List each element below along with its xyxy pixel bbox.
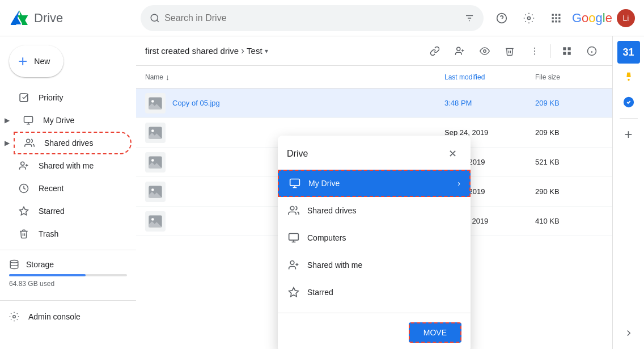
recent-icon: [18, 183, 29, 194]
expand-shared-drives-arrow[interactable]: ▶: [0, 132, 14, 154]
sidebar-item-my-drive-label: My Drive: [43, 116, 74, 125]
breadcrumb: first created shared drive › Test ▾: [145, 45, 419, 57]
sidebar-item-shared-with-me[interactable]: Shared with me: [9, 154, 132, 177]
sidebar-item-trash[interactable]: Trash: [9, 222, 132, 245]
col-modified-header[interactable]: Last modified: [444, 73, 535, 81]
sidebar-section-shared-drives: ▶ Shared drives: [0, 132, 136, 154]
more-actions-button[interactable]: [523, 40, 546, 62]
content-area: first created shared drive › Test ▾: [136, 36, 612, 349]
image-icon: [147, 125, 163, 141]
shared-drives-dialog-label: Shared drives: [307, 206, 356, 215]
sidebar-item-shared-with-me-label: Shared with me: [39, 161, 94, 170]
my-drive-chevron-icon: ›: [457, 179, 460, 188]
svg-rect-11: [552, 14, 553, 15]
svg-rect-14: [552, 17, 553, 19]
grid-view-button[interactable]: [556, 40, 578, 62]
breadcrumb-separator-icon: ›: [241, 45, 244, 57]
shared-with-me-dialog-icon: [287, 258, 300, 272]
svg-point-51: [151, 159, 154, 162]
my-drive-dialog-icon: [288, 176, 302, 190]
delete-button[interactable]: [498, 40, 521, 62]
info-button[interactable]: [581, 40, 603, 62]
col-name-header[interactable]: Name ↓: [145, 73, 444, 82]
calendar-icon[interactable]: 31: [617, 41, 640, 64]
breadcrumb-dropdown-icon[interactable]: ▾: [265, 47, 268, 55]
content-actions: [423, 40, 603, 62]
starred-icon: [18, 205, 29, 217]
admin-icon: [9, 312, 19, 322]
file-name: Copy of 05.jpg: [172, 99, 444, 107]
col-size-header: File size: [535, 73, 603, 81]
sidebar-item-my-drive[interactable]: My Drive: [14, 109, 132, 132]
expand-my-drive-arrow[interactable]: ▶: [0, 109, 14, 132]
storage-fill: [9, 274, 86, 276]
dialog-list: My Drive › Shared drives Computers: [278, 167, 471, 308]
file-size: 209 KB: [535, 99, 603, 107]
search-bar[interactable]: [141, 5, 484, 31]
svg-point-38: [534, 53, 535, 54]
sidebar-item-shared-drives[interactable]: Shared drives: [14, 132, 132, 154]
table-row[interactable]: Copy of 05.jpg 3:48 PM 209 KB: [136, 89, 612, 118]
sidebar-item-recent-label: Recent: [39, 184, 63, 193]
new-button-label: New: [34, 57, 50, 66]
svg-rect-20: [20, 94, 28, 102]
add-person-button[interactable]: [448, 40, 471, 62]
file-list-header: Name ↓ Last modified File size: [136, 66, 612, 89]
search-icon: [150, 12, 160, 24]
breadcrumb-current-label[interactable]: Test: [247, 46, 262, 56]
svg-rect-41: [563, 52, 566, 54]
dialog-item-my-drive[interactable]: My Drive ›: [278, 170, 471, 197]
svg-point-30: [10, 260, 18, 263]
help-button[interactable]: [490, 7, 513, 30]
sidebar-item-priority[interactable]: Priority: [9, 86, 132, 109]
dialog-item-shared-drives[interactable]: Shared drives: [278, 197, 471, 224]
sidebar-divider-2: [0, 300, 136, 301]
svg-rect-40: [568, 47, 571, 50]
dialog-item-computers[interactable]: Computers: [278, 224, 471, 251]
breadcrumb-parent[interactable]: first created shared drive: [145, 46, 239, 56]
svg-rect-15: [555, 17, 557, 19]
right-panel-expand-icon[interactable]: [617, 322, 640, 344]
dialog-close-button[interactable]: ✕: [443, 145, 461, 163]
avatar[interactable]: Li: [617, 9, 635, 27]
admin-console-label: Admin console: [28, 312, 80, 321]
dialog-title: Drive: [287, 149, 308, 159]
new-button[interactable]: + New: [9, 45, 63, 77]
main-area: + New Priority ▶ My Drive ▶: [0, 36, 644, 349]
sidebar-item-starred[interactable]: Starred: [9, 200, 132, 222]
starred-dialog-label: Starred: [307, 288, 333, 297]
sidebar-item-starred-label: Starred: [39, 207, 65, 216]
tasks-icon[interactable]: [617, 91, 640, 113]
search-input[interactable]: [164, 13, 460, 23]
dialog-item-starred[interactable]: Starred: [278, 279, 471, 306]
shared-drives-icon: [24, 137, 35, 149]
preview-button[interactable]: [473, 40, 496, 62]
svg-rect-60: [289, 234, 299, 241]
computers-dialog-icon: [287, 231, 300, 245]
svg-point-10: [527, 16, 530, 19]
svg-point-49: [151, 129, 154, 132]
apps-button[interactable]: [545, 7, 567, 30]
sidebar-item-recent[interactable]: Recent: [9, 177, 132, 200]
filter-icon[interactable]: [464, 12, 474, 24]
settings-button[interactable]: [518, 7, 540, 30]
svg-rect-56: [290, 179, 300, 186]
starred-dialog-icon: [287, 285, 300, 299]
keep-icon[interactable]: [617, 66, 640, 89]
computers-dialog-label: Computers: [307, 233, 346, 242]
sidebar-divider: [0, 250, 136, 250]
dialog-item-shared-with-me[interactable]: Shared with me: [278, 251, 471, 279]
shared-drives-dialog-icon: [287, 204, 300, 217]
sidebar: + New Priority ▶ My Drive ▶: [0, 36, 136, 349]
move-button[interactable]: MOVE: [409, 322, 461, 343]
header-right: Google Li: [490, 7, 635, 30]
image-icon: [147, 213, 163, 229]
dialog-footer: MOVE: [278, 318, 471, 349]
svg-point-53: [151, 188, 154, 191]
file-thumbnail: [145, 93, 166, 113]
svg-point-36: [534, 47, 535, 48]
link-button[interactable]: [423, 40, 446, 62]
sidebar-item-admin-console[interactable]: Admin console: [0, 305, 136, 328]
right-panel-add-button[interactable]: +: [617, 123, 640, 146]
image-icon: [147, 184, 163, 200]
